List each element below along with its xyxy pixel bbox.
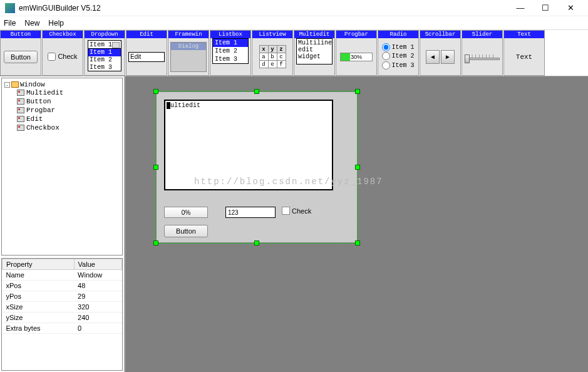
design-edit[interactable]: 123 (225, 207, 276, 218)
prop-row: xPos48 (3, 281, 122, 291)
maximize-button[interactable]: ☐ (533, 1, 558, 15)
tool-slider[interactable]: Slider |||||||| (462, 30, 503, 76)
collapse-icon[interactable]: - (4, 82, 10, 88)
titlebar: emWinGUIBuilder V5.12 — ☐ ✕ (0, 0, 588, 16)
tool-button[interactable]: Button Button (0, 30, 41, 76)
tree-item[interactable]: Checkbox (17, 123, 120, 132)
resize-handle[interactable] (355, 240, 360, 245)
widget-icon (17, 116, 24, 122)
design-window[interactable]: ultiedit http://blog.csdn.net/yyz_1987 0… (157, 92, 357, 242)
design-button[interactable]: Button (164, 225, 208, 237)
tool-dropdown[interactable]: Dropdown Item 1 Item 1 Item 2 Item 3 (84, 30, 125, 76)
tool-text[interactable]: Text Text (503, 30, 545, 76)
menu-new[interactable]: New (24, 19, 39, 28)
folder-icon (11, 81, 19, 88)
minimize-button[interactable]: — (508, 1, 533, 15)
resize-handle[interactable] (355, 89, 360, 94)
widget-icon (17, 107, 24, 113)
design-multiedit[interactable]: ultiedit (164, 100, 333, 190)
app-title: emWinGUIBuilder V5.12 (19, 4, 508, 13)
resize-handle[interactable] (153, 165, 158, 170)
prop-row: NameWindow (3, 270, 122, 281)
demo-listview: xyz abc def (259, 45, 286, 68)
demo-edit: Edit (128, 52, 165, 62)
prop-row: yPos29 (3, 291, 122, 302)
demo-progbar: 30% (340, 53, 373, 61)
property-grid[interactable]: PropertyValue NameWindow xPos48 yPos29 x… (1, 258, 123, 371)
tree-root[interactable]: - Window (4, 81, 120, 88)
demo-radio: Item 1 Item 2 Item 3 (382, 43, 414, 70)
demo-listbox: Item 1 Item 2 Item 3 (212, 38, 249, 64)
demo-framewin: Dialog (170, 42, 207, 72)
app-icon (5, 3, 15, 13)
tool-progbar[interactable]: Progbar 30% (336, 30, 377, 76)
widget-icon (17, 98, 24, 105)
tool-radio[interactable]: Radio Item 1 Item 2 Item 3 (378, 30, 419, 76)
design-canvas[interactable]: ultiedit http://blog.csdn.net/yyz_1987 0… (125, 76, 588, 372)
resize-handle[interactable] (355, 165, 360, 170)
prop-row: ySize240 (3, 313, 122, 323)
tree-item[interactable]: Multiedit (17, 88, 120, 97)
design-progbar[interactable]: 0% (164, 207, 208, 218)
tool-edit[interactable]: Edit Edit (126, 30, 167, 76)
tree-item[interactable]: Edit (17, 115, 120, 123)
scroll-left-icon: ◄ (426, 50, 440, 64)
demo-dropdown: Item 1 Item 1 Item 2 Item 3 (88, 40, 121, 71)
menu-file[interactable]: File (4, 19, 16, 28)
scroll-right-icon: ► (441, 50, 455, 64)
tool-multiedit[interactable]: Multiedit Multiline edit widget (294, 30, 335, 76)
main-area: - Window Multiedit Button Progbar Edit C… (0, 76, 588, 372)
menu-help[interactable]: Help (48, 19, 64, 28)
close-button[interactable]: ✕ (558, 1, 583, 15)
menubar: File New Help (0, 16, 588, 30)
widget-icon (17, 125, 24, 131)
demo-slider: |||||||| (464, 54, 500, 60)
tree-item[interactable]: Button (17, 97, 120, 106)
widget-tree[interactable]: - Window Multiedit Button Progbar Edit C… (1, 78, 123, 256)
demo-button: Button (4, 51, 38, 63)
demo-multiedit: Multiline edit widget (296, 38, 333, 65)
toolbox: Button Button Checkbox Check Dropdown It… (0, 30, 588, 76)
resize-handle[interactable] (153, 240, 158, 245)
prop-row: Extra bytes0 (3, 323, 122, 334)
resize-handle[interactable] (254, 240, 259, 245)
widget-icon (17, 90, 24, 96)
tool-listbox[interactable]: Listbox Item 1 Item 2 Item 3 (210, 30, 251, 76)
tool-listview[interactable]: Listview xyz abc def (252, 30, 293, 76)
demo-text: Text (516, 53, 532, 61)
tree-item[interactable]: Progbar (17, 106, 120, 115)
tool-checkbox[interactable]: Checkbox Check (42, 30, 83, 76)
left-panel: - Window Multiedit Button Progbar Edit C… (0, 76, 125, 372)
prop-row: xSize320 (3, 302, 122, 313)
demo-checkbox-input (48, 53, 56, 61)
tool-framewin[interactable]: Framewin Dialog (168, 30, 209, 76)
resize-handle[interactable] (153, 89, 158, 94)
demo-scrollbar: ◄► (426, 50, 455, 64)
resize-handle[interactable] (254, 89, 259, 94)
design-checkbox[interactable]: Check (282, 207, 311, 215)
tool-scrollbar[interactable]: Scrollbar ◄► (420, 30, 461, 76)
